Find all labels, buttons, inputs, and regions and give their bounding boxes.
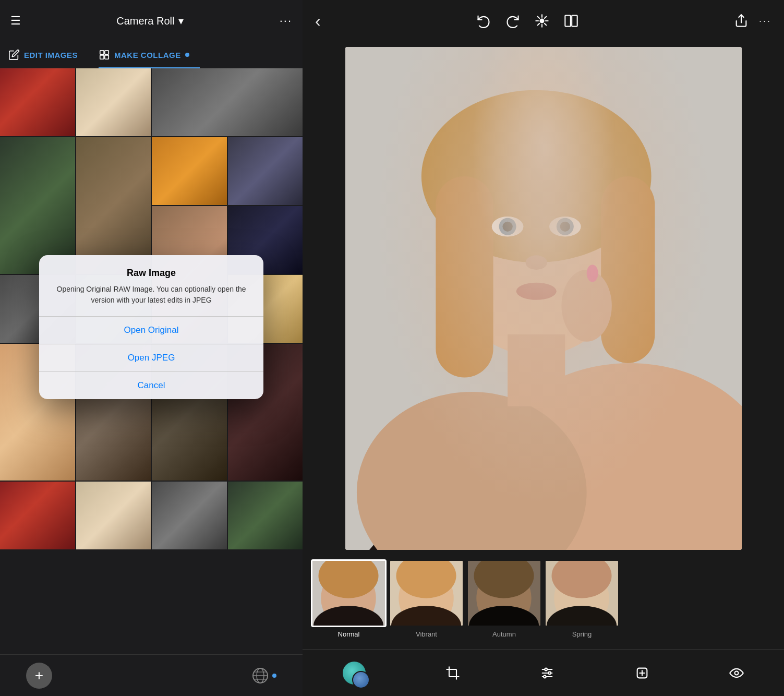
filter-label-spring: Spring [572,630,592,638]
svg-point-24 [356,392,586,550]
svg-rect-29 [508,334,565,406]
adjust-icon [540,666,554,680]
cancel-button[interactable]: Cancel [39,372,263,399]
filter-thumb-spring [544,559,620,627]
undo-icon[interactable] [476,14,491,28]
svg-rect-56 [449,669,456,677]
left-bottom-bar: + [0,654,303,696]
color-tool[interactable] [343,662,366,685]
portrait-svg [345,47,742,550]
filter-strip: Normal Vibrant [303,555,784,649]
filter-thumb-autumn [466,559,542,627]
filter-label-autumn: Autumn [492,630,516,638]
crop-tool[interactable] [445,666,460,680]
toolbar-left: ‹ [315,11,321,31]
filter-item-vibrant[interactable]: Vibrant [389,559,464,638]
svg-rect-27 [436,176,493,378]
svg-point-25 [436,112,637,356]
svg-point-33 [549,217,581,237]
open-original-button[interactable]: Open Original [39,317,263,344]
view-tool[interactable] [729,666,744,680]
filter-item-spring[interactable]: Spring [544,559,620,638]
svg-point-65 [544,675,546,678]
heal-icon [635,666,649,680]
globe-icon [251,667,269,685]
globe-button[interactable] [251,667,276,685]
heal-tool[interactable] [635,666,649,680]
toolbar-center [476,14,578,28]
svg-point-36 [525,255,547,270]
main-image-area [303,42,784,555]
svg-rect-18 [565,16,571,27]
main-photo-container[interactable] [345,47,742,550]
filter-thumb-vibrant [389,559,464,627]
svg-point-39 [586,265,598,282]
dialog-content: Raw Image Opening Original RAW Image. Yo… [39,255,263,316]
color-indicator [343,662,366,685]
svg-point-22 [345,478,742,550]
eye-icon [729,666,744,680]
plus-icon: + [35,667,43,684]
filter-thumb-normal [311,559,387,627]
globe-notification-dot [272,674,276,678]
dialog-overlay: Raw Image Opening Original RAW Image. Yo… [0,0,303,654]
svg-line-13 [538,17,539,18]
redo-icon[interactable] [505,14,520,28]
svg-point-23 [486,363,741,550]
svg-point-37 [516,283,556,300]
svg-rect-28 [601,176,655,363]
svg-point-32 [502,222,512,232]
add-button[interactable]: + [26,663,52,689]
dialog-message: Opening Original RAW Image. You can opti… [52,284,251,316]
dialog-title: Raw Image [52,268,251,279]
filter-label-vibrant: Vibrant [416,630,437,638]
filter-item-normal[interactable]: Normal [311,559,387,638]
filter-label-normal: Normal [338,630,360,638]
compare-icon[interactable] [564,14,578,28]
crop-icon [445,666,460,680]
raw-image-dialog: Raw Image Opening Original RAW Image. Yo… [39,255,263,399]
svg-point-34 [556,218,573,235]
back-button[interactable]: ‹ [315,11,321,31]
svg-point-31 [499,218,516,235]
left-panel: ☰ Camera Roll ▾ ··· EDIT IMAGES MAKE COL… [0,0,303,696]
svg-rect-21 [345,47,742,550]
filter-item-autumn[interactable]: Autumn [466,559,542,638]
svg-point-30 [491,217,523,237]
right-toolbar: ‹ [303,0,784,42]
svg-line-16 [538,23,539,25]
more-options-icon[interactable]: ··· [759,16,771,27]
svg-rect-19 [572,16,577,27]
toolbar-right: ··· [734,14,771,28]
svg-line-14 [545,23,546,25]
svg-point-35 [560,222,570,232]
svg-point-38 [561,270,611,342]
open-jpeg-button[interactable]: Open JPEG [39,344,263,371]
portrait-photo [345,47,742,550]
svg-point-26 [421,90,651,263]
svg-point-64 [549,671,551,674]
svg-line-15 [545,17,546,18]
right-panel: ‹ [303,0,784,696]
svg-point-63 [545,668,548,670]
share-icon[interactable] [734,14,749,28]
svg-point-69 [735,671,739,675]
right-bottom-bar [303,649,784,696]
magic-icon[interactable] [535,14,549,28]
svg-point-17 [540,19,544,23]
adjust-tool[interactable] [540,666,554,680]
